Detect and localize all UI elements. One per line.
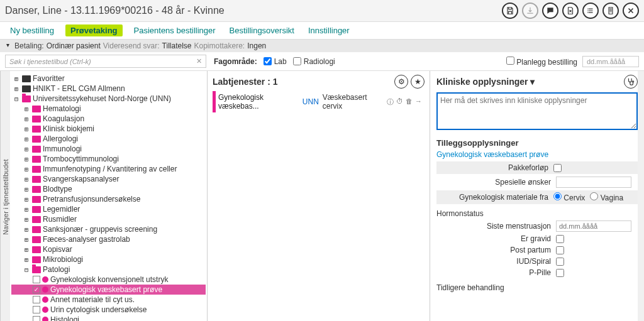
list-icon[interactable]: [582, 3, 599, 19]
favorite-icon[interactable]: [411, 75, 425, 89]
page-icon[interactable]: [602, 3, 619, 19]
gravid-checkbox[interactable]: [556, 235, 564, 243]
delete-icon[interactable]: 🗑: [406, 97, 413, 107]
videresend-value: Tillatelse: [162, 41, 192, 50]
tree-item[interactable]: ⊞Immunfenotyping / Kvantitering av celle…: [11, 164, 206, 174]
stethoscope-icon[interactable]: [624, 75, 638, 89]
radiologi-checkbox[interactable]: Radiologi: [293, 57, 335, 66]
tree-label: Immunfenotyping / Kvantitering av celler: [43, 165, 177, 173]
tree-patologi[interactable]: ⊟Patologi: [11, 264, 206, 275]
row-gravid: Er gravid: [436, 234, 638, 243]
tree-label: Svangerskapsanalyser: [43, 175, 119, 183]
gyn-prove-link[interactable]: Gynekologisk væskebasert prøve: [436, 150, 638, 159]
cervix-radio[interactable]: Cervix: [553, 192, 585, 202]
save-icon[interactable]: [502, 3, 518, 19]
category-dot-icon: [42, 317, 48, 321]
postpartum-checkbox[interactable]: [556, 246, 564, 254]
tree-leaf-item[interactable]: ✓Gynekologisk væskebasert prøve: [11, 285, 206, 295]
tree-item[interactable]: ⊞Legemidler: [11, 204, 206, 214]
pakkeforlop-checkbox[interactable]: [553, 164, 562, 172]
lab-service-item[interactable]: Gynekologisk væskebas... UNN Væskebasert…: [213, 91, 425, 112]
settings-icon[interactable]: [394, 75, 408, 89]
tree-checkbox[interactable]: [33, 316, 40, 321]
tree-item[interactable]: ⊞Sanksjonær - gruppevis screening: [11, 224, 206, 234]
tree-item[interactable]: ⊞Rusmidler: [11, 214, 206, 224]
siste-mens-label: Siste menstruasjon: [436, 222, 551, 231]
tree-item[interactable]: ⊞Trombocyttimmunologi: [11, 154, 206, 164]
ppille-checkbox[interactable]: [556, 269, 564, 277]
scrollbar[interactable]: [638, 71, 644, 321]
tree-item[interactable]: ⊞Fæces-analyser gastrolab: [11, 234, 206, 244]
export-icon[interactable]: [522, 3, 538, 19]
collapse-icon[interactable]: ▾: [6, 41, 9, 50]
info-icon[interactable]: ⓘ: [387, 97, 394, 107]
tree-checkbox[interactable]: [33, 296, 40, 303]
row-ppille: P-Pille: [436, 268, 638, 277]
lab-checkbox[interactable]: Lab: [264, 57, 287, 66]
tree-hnikt[interactable]: ⊞HNIKT - ERL CGM Allmenn: [11, 84, 206, 94]
category-dot-icon: [42, 307, 48, 313]
tree-item[interactable]: ⊞Kopisvar: [11, 244, 206, 254]
svg-point-0: [587, 9, 588, 9]
tree-item[interactable]: ⊞Svangerskapsanalyser: [11, 174, 206, 184]
kopi-value: Ingen: [247, 41, 266, 50]
svg-point-1: [587, 10, 588, 11]
tree-label: Urin cytologisk undersøkelse: [50, 305, 147, 314]
siste-mens-input[interactable]: [556, 220, 631, 232]
tree-favoritter[interactable]: ⊞Favoritter: [11, 73, 206, 84]
tree-item[interactable]: ⊞Blodtype: [11, 184, 206, 194]
tree-unn[interactable]: ⊟Universitetssykehuset Nord-Norge (UNN): [11, 94, 206, 104]
betaling-value: Ordinær pasient: [47, 41, 101, 50]
tree-label: Rusmidler: [43, 215, 77, 224]
clock-icon[interactable]: ⏱: [396, 97, 403, 107]
tree-item[interactable]: ⊞Hematologi: [11, 104, 206, 114]
tree-leaf-item[interactable]: Gynekologisk konvensjonelt utstryk: [11, 275, 206, 285]
tree-item[interactable]: ⊞Klinisk biokjemi: [11, 124, 206, 134]
tab-ny-bestilling[interactable]: Ny bestilling: [8, 24, 57, 36]
tree-checkbox[interactable]: [33, 276, 40, 283]
tree-leaf-item[interactable]: Histologi: [11, 315, 206, 321]
service-tree[interactable]: ⊞Favoritter ⊞HNIKT - ERL CGM Allmenn ⊟Un…: [10, 71, 208, 321]
tree-item[interactable]: ⊞Allergologi: [11, 134, 206, 144]
lab-item-org: UNN: [303, 97, 319, 106]
iud-checkbox[interactable]: [556, 258, 564, 266]
tree-label: Patologi: [43, 265, 70, 274]
arrow-right-icon[interactable]: →: [415, 97, 422, 107]
clear-search-icon[interactable]: ✕: [196, 57, 202, 65]
tree-label: Fæces-analyser gastrolab: [43, 235, 130, 244]
lab-item-desc: Væskebasert cervix: [323, 93, 383, 111]
tree-label: Pretransfusjonsundersøkelse: [43, 195, 140, 204]
tree-checkbox[interactable]: ✓: [33, 286, 40, 293]
tree-label: Immunologi: [43, 144, 82, 153]
clinical-info-title[interactable]: Kliniske opplysninger ▾: [436, 77, 535, 87]
tab-provetaking[interactable]: Prøvetaking: [65, 24, 122, 36]
document-icon[interactable]: [562, 3, 579, 19]
tree-checkbox[interactable]: [33, 306, 40, 313]
iud-label: IUD/Spiral: [436, 257, 551, 266]
clinical-info-textarea[interactable]: [436, 92, 638, 130]
category-dot-icon: [42, 286, 48, 293]
planlegg-checkbox[interactable]: Planlegg bestilling: [506, 57, 577, 67]
tree-item[interactable]: ⊞Pretransfusjonsundersøkelse: [11, 194, 206, 204]
gravid-label: Er gravid: [436, 234, 551, 243]
chat-icon[interactable]: [542, 3, 558, 19]
right-panel: Kliniske opplysninger ▾ Tilleggsopplysni…: [430, 71, 644, 321]
search-input[interactable]: Søk i tjenestetilbud (Ctrl-k) ✕: [5, 55, 206, 68]
tab-innstillinger[interactable]: Innstillinger: [306, 24, 352, 36]
spesielle-input[interactable]: [556, 177, 631, 188]
close-icon[interactable]: [623, 3, 639, 19]
tree-leaf-item[interactable]: Annet materiale til cyt us.: [11, 295, 206, 305]
tab-bestillingsoversikt[interactable]: Bestillingsoversikt: [227, 24, 297, 36]
hormonstatus-label: Hormonstatus: [436, 209, 638, 218]
vagina-radio[interactable]: Vagina: [590, 192, 623, 202]
planlegg-date-input[interactable]: dd.mm.åååå: [582, 56, 639, 67]
tree-label: Hematologi: [43, 104, 81, 113]
tab-pasientens-bestillinger[interactable]: Pasientens bestillinger: [131, 24, 218, 36]
tree-item[interactable]: ⊞Koagulasjon: [11, 114, 206, 124]
tree-item[interactable]: ⊞Immunologi: [11, 144, 206, 154]
videresend-label: Videresend svar:: [103, 41, 160, 50]
category-dot-icon: [42, 276, 48, 283]
tree-item[interactable]: ⊞Mikrobiologi: [11, 254, 206, 264]
tree-leaf-item[interactable]: Urin cytologisk undersøkelse: [11, 305, 206, 315]
main-tabs: Ny bestilling Prøvetaking Pasientens bes…: [0, 22, 644, 40]
